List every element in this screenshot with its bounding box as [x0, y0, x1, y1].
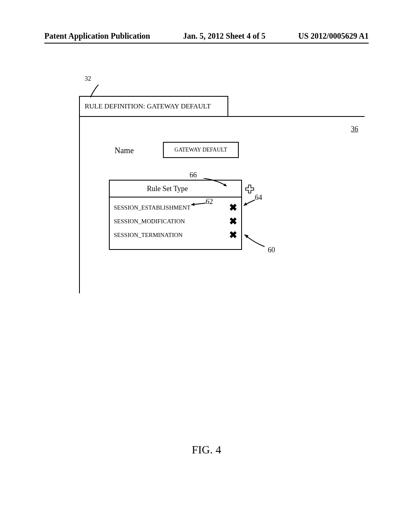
ruleset-row: SESSION_ESTABLISHMENT ✖: [114, 201, 237, 214]
leader-60: [242, 232, 266, 248]
ruleset-row: SESSION_TERMINATION ✖: [114, 228, 237, 242]
panel-title: RULE DEFINITION: GATEWAY DEFAULT: [85, 102, 211, 110]
ref-60: 60: [268, 246, 275, 254]
leader-62: [188, 202, 206, 206]
delete-row-icon[interactable]: ✖: [229, 230, 237, 240]
ref-62: 62: [206, 197, 213, 206]
ref-36: 36: [351, 125, 358, 133]
ruleset-table: Rule Set Type SESSION_ESTABLISHMENT ✖ SE…: [109, 180, 242, 250]
ruleset-row-label: SESSION_MODIFICATION: [114, 218, 185, 225]
ruleset-row-label: SESSION_TERMINATION: [114, 232, 183, 239]
header-center: Jan. 5, 2012 Sheet 4 of 5: [183, 31, 265, 41]
delete-row-icon[interactable]: ✖: [229, 203, 237, 212]
ruleset-header-row: Rule Set Type: [110, 181, 241, 197]
ref-66: 66: [190, 171, 197, 179]
ruleset-row: SESSION_MODIFICATION ✖: [114, 214, 237, 228]
figure-caption: FIG. 4: [0, 443, 413, 456]
header-rule: [44, 43, 369, 44]
name-label: Name: [115, 146, 134, 155]
leader-64: [241, 199, 256, 207]
ruleset-body: SESSION_ESTABLISHMENT ✖ SESSION_MODIFICA…: [110, 197, 241, 249]
header-left: Patent Application Publication: [44, 31, 150, 41]
page-header: Patent Application Publication Jan. 5, 2…: [0, 31, 413, 44]
name-input[interactable]: GATEWAY DEFAULT: [163, 142, 239, 158]
header-right: US 2012/0005629 A1: [298, 31, 369, 41]
ruleset-row-label: SESSION_ESTABLISHMENT: [114, 204, 190, 211]
name-value: GATEWAY DEFAULT: [175, 147, 227, 153]
ruleset-header-label: Rule Set Type: [147, 185, 188, 193]
panel-top-rule: [227, 116, 365, 117]
panel-left-rule: [79, 116, 80, 293]
ref-64: 64: [255, 193, 262, 202]
ref-32: 32: [85, 75, 91, 82]
delete-row-icon[interactable]: ✖: [229, 216, 237, 226]
panel-title-region: RULE DEFINITION: GATEWAY DEFAULT: [79, 96, 228, 117]
add-rule-icon[interactable]: [245, 185, 254, 193]
